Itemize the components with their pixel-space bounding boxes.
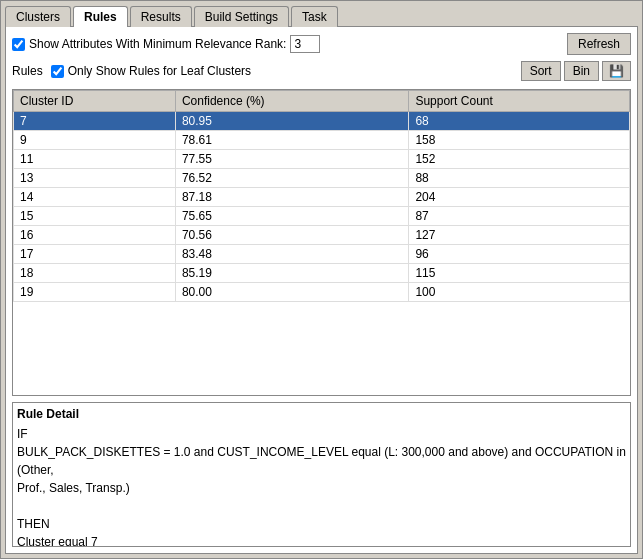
- tab-build-settings[interactable]: Build Settings: [194, 6, 289, 27]
- show-attributes-checkbox[interactable]: [12, 38, 25, 51]
- table-row[interactable]: 1177.55152: [14, 150, 630, 169]
- col-support-count: Support Count: [409, 91, 630, 112]
- cluster-table: Cluster ID Confidence (%) Support Count …: [13, 90, 630, 302]
- table-row[interactable]: 1376.5288: [14, 169, 630, 188]
- table-container[interactable]: Cluster ID Confidence (%) Support Count …: [12, 89, 631, 396]
- col-cluster-id: Cluster ID: [14, 91, 176, 112]
- table-row[interactable]: 780.9568: [14, 112, 630, 131]
- table-row[interactable]: 1980.00100: [14, 283, 630, 302]
- rule-detail-section: Rule Detail IF BULK_PACK_DISKETTES = 1.0…: [12, 402, 631, 547]
- tab-clusters[interactable]: Clusters: [5, 6, 71, 27]
- tab-task[interactable]: Task: [291, 6, 338, 27]
- main-window: Clusters Rules Results Build Settings Ta…: [0, 0, 643, 559]
- table-row[interactable]: 1487.18204: [14, 188, 630, 207]
- tab-results[interactable]: Results: [130, 6, 192, 27]
- table-row[interactable]: 1783.4896: [14, 245, 630, 264]
- sort-bin-row: Sort Bin 💾: [521, 61, 631, 81]
- tab-rules[interactable]: Rules: [73, 6, 128, 27]
- show-attributes-label: Show Attributes With Minimum Relevance R…: [12, 37, 286, 51]
- only-leaf-label: Only Show Rules for Leaf Clusters: [51, 64, 251, 78]
- show-attributes-text: Show Attributes With Minimum Relevance R…: [29, 37, 286, 51]
- rule-detail-text: IF BULK_PACK_DISKETTES = 1.0 and CUST_IN…: [17, 425, 626, 547]
- tab-bar: Clusters Rules Results Build Settings Ta…: [1, 1, 642, 26]
- table-row[interactable]: 1670.56127: [14, 226, 630, 245]
- only-leaf-checkbox[interactable]: [51, 65, 64, 78]
- sort-button[interactable]: Sort: [521, 61, 561, 81]
- col-confidence: Confidence (%): [175, 91, 409, 112]
- top-row-left: Show Attributes With Minimum Relevance R…: [12, 35, 320, 53]
- rules-label: Rules: [12, 64, 43, 78]
- top-row: Show Attributes With Minimum Relevance R…: [12, 33, 631, 55]
- min-relevance-input[interactable]: [290, 35, 320, 53]
- refresh-button[interactable]: Refresh: [567, 33, 631, 55]
- table-header-row: Cluster ID Confidence (%) Support Count: [14, 91, 630, 112]
- table-row[interactable]: 978.61158: [14, 131, 630, 150]
- bin-button[interactable]: Bin: [564, 61, 599, 81]
- rules-row: Rules Only Show Rules for Leaf Clusters: [12, 64, 251, 78]
- main-content: Show Attributes With Minimum Relevance R…: [5, 26, 638, 554]
- table-row[interactable]: 1575.6587: [14, 207, 630, 226]
- export-icon-button[interactable]: 💾: [602, 61, 631, 81]
- rule-detail-title: Rule Detail: [17, 407, 626, 421]
- only-leaf-text: Only Show Rules for Leaf Clusters: [68, 64, 251, 78]
- table-row[interactable]: 1885.19115: [14, 264, 630, 283]
